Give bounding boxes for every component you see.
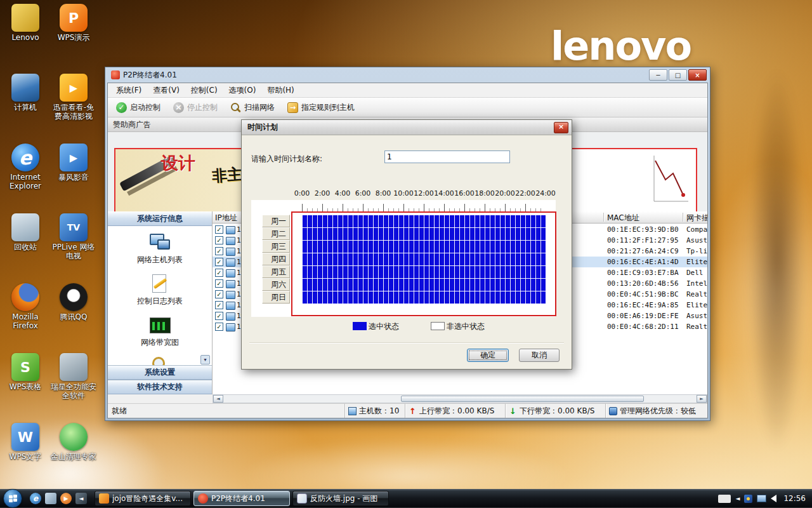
- desktop-icon-xunlei-kankan[interactable]: ▶迅雷看看-免费高清影视: [49, 74, 98, 121]
- column-ip[interactable]: IP地址: [215, 213, 237, 224]
- host-checkbox[interactable]: ✓: [215, 247, 223, 255]
- close-button[interactable]: ×: [688, 69, 707, 81]
- scroll-thumb[interactable]: [401, 396, 644, 402]
- host-checkbox[interactable]: ✓: [215, 269, 223, 277]
- sidebar-item-bandwidth-chart[interactable]: 网络带宽图: [108, 315, 212, 348]
- network-tray-icon[interactable]: [757, 495, 766, 502]
- host-checkbox[interactable]: ✓: [215, 236, 223, 244]
- host-nic: Tp-linl: [686, 247, 707, 255]
- hour-label[interactable]: 12:00: [414, 189, 434, 197]
- column-separator[interactable]: [683, 213, 683, 222]
- sidebar-item-control-log[interactable]: 控制日志列表: [108, 274, 212, 307]
- window-titlebar[interactable]: P2P终结者4.01 ─ □ ×: [107, 67, 708, 83]
- stop-control-button[interactable]: 停止控制: [167, 100, 223, 116]
- cancel-button[interactable]: 取消: [519, 349, 560, 362]
- column-mac[interactable]: MAC地址: [607, 213, 639, 224]
- wps-presentation-icon: P: [60, 4, 88, 32]
- show-desktop-icon[interactable]: [45, 493, 56, 504]
- day-label[interactable]: 周二: [262, 227, 290, 240]
- desktop-icon-wps-writer[interactable]: WWPS文字: [1, 423, 49, 462]
- desktop-icon-lenovo-care[interactable]: Lenovo: [1, 4, 49, 43]
- host-checkbox[interactable]: ✓: [215, 279, 223, 288]
- hour-label[interactable]: 4:00: [335, 189, 351, 197]
- desktop-icon-recycle-bin[interactable]: 回收站: [1, 213, 49, 252]
- minimize-button[interactable]: ─: [649, 69, 667, 81]
- sidebar-item-system-settings[interactable]: 系统设置: [108, 365, 212, 380]
- sidebar: 系统运行信息 网络主机列表控制日志列表网络带宽图 ▾ 系统设置软件技术支持: [108, 211, 213, 394]
- clock[interactable]: 12:56: [783, 494, 806, 503]
- column-nic[interactable]: 网卡描述: [686, 213, 707, 224]
- desktop-icon-rising-security[interactable]: 瑞星全功能安全软件: [49, 353, 98, 401]
- host-checkbox[interactable]: ✓: [215, 312, 223, 320]
- menu-options[interactable]: 选项(O): [223, 83, 262, 98]
- desktop-icon-baofeng-player[interactable]: ▶暴风影音: [49, 144, 98, 182]
- desktop-icon-tencent-qq[interactable]: 腾讯QQ: [49, 283, 98, 322]
- desktop-icon-kingsoft-cleaner[interactable]: 金山清理专家: [49, 423, 98, 462]
- status-text: 上行带宽：0.00 KB/S: [419, 406, 494, 417]
- host-checkbox[interactable]: ✓: [215, 290, 223, 298]
- day-label[interactable]: 周日: [262, 291, 290, 304]
- ie-quicklaunch-icon[interactable]: e: [30, 493, 41, 504]
- host-checkbox[interactable]: ✓: [215, 301, 223, 309]
- day-label[interactable]: 周五: [262, 265, 290, 278]
- sidebar-item-network-hosts[interactable]: 网络主机列表: [108, 232, 212, 265]
- menu-view[interactable]: 查看(V): [147, 83, 185, 98]
- volume-tray-icon[interactable]: [771, 495, 776, 502]
- hour-label[interactable]: 6:00: [355, 189, 371, 197]
- sidebar-item-label: 网络带宽图: [108, 337, 212, 348]
- host-checkbox[interactable]: ✓: [215, 323, 223, 331]
- column-separator[interactable]: [603, 213, 604, 222]
- hour-label[interactable]: 16:00: [454, 189, 475, 197]
- desktop-icon-wps-presentation[interactable]: PWPS演示: [49, 4, 98, 43]
- hour-label[interactable]: 24:00: [535, 189, 556, 197]
- start-button[interactable]: [3, 489, 22, 508]
- desktop-icon-pplive-tv[interactable]: TVPPLive 网络电视: [49, 213, 98, 261]
- dialog-close-button[interactable]: ×: [554, 122, 568, 133]
- menu-help[interactable]: 帮助(H): [261, 83, 299, 98]
- desktop-icon-mozilla-firefox[interactable]: Mozilla Firefox: [1, 283, 49, 331]
- hour-label[interactable]: 20:00: [495, 189, 515, 197]
- host-checkbox[interactable]: ✓: [215, 258, 223, 266]
- hour-label[interactable]: 18:00: [475, 189, 495, 197]
- media-player-icon[interactable]: ▶: [60, 493, 72, 504]
- menu-system[interactable]: 系统(F): [110, 83, 147, 98]
- hour-label[interactable]: 14:00: [434, 189, 454, 197]
- hour-label[interactable]: 2:00: [315, 189, 331, 197]
- language-bar-icon[interactable]: [718, 495, 731, 503]
- menu-control[interactable]: 控制(C): [185, 83, 223, 98]
- taskbar-task-paint[interactable]: 反防火墙.jpg - 画图: [292, 491, 389, 506]
- baofeng-player-icon: ▶: [60, 144, 88, 171]
- assign-rule-button[interactable]: 指定规则到主机: [282, 100, 360, 116]
- taskbar-task-p2p[interactable]: P2P终结者4.01: [193, 491, 290, 506]
- desktop-icon-internet-explorer[interactable]: eInternet Explorer: [1, 144, 49, 191]
- scan-network-button[interactable]: 扫描网络: [225, 100, 280, 116]
- hour-label[interactable]: 10:00: [393, 189, 414, 197]
- scroll-right-button[interactable]: ►: [697, 395, 707, 403]
- hour-label[interactable]: 22:00: [515, 189, 535, 197]
- desktop-icon-computer[interactable]: 计算机: [1, 74, 49, 112]
- maximize-button[interactable]: □: [669, 69, 687, 81]
- scroll-left-button[interactable]: ◄: [213, 395, 223, 403]
- host-checkbox[interactable]: ✓: [215, 225, 223, 234]
- sidebar-scroll-button[interactable]: ▾: [200, 355, 210, 364]
- schedule-grid[interactable]: [302, 215, 546, 304]
- window-switcher-icon[interactable]: ◄: [75, 493, 87, 504]
- plan-name-input[interactable]: [384, 150, 510, 163]
- day-label[interactable]: 周六: [262, 278, 290, 291]
- start-control-button[interactable]: 启动控制: [110, 100, 166, 116]
- hour-label[interactable]: 8:00: [376, 189, 391, 197]
- antivirus-tray-icon[interactable]: [744, 495, 752, 503]
- taskbar-task-jojo[interactable]: jojo冒险奇遇全集v...: [95, 491, 191, 506]
- hidden-icons-arrow[interactable]: ◄: [735, 495, 740, 502]
- sidebar-item-tech-support[interactable]: 软件技术支持: [108, 380, 212, 394]
- sidebar-header-runtime-info[interactable]: 系统运行信息: [108, 211, 212, 226]
- day-label[interactable]: 周三: [262, 240, 290, 253]
- desktop-icon-wps-sheets[interactable]: SWPS表格: [1, 353, 49, 392]
- day-label[interactable]: 周四: [262, 253, 290, 265]
- hour-label[interactable]: 0:00: [294, 189, 310, 197]
- horizontal-scrollbar[interactable]: ◄ ►: [213, 394, 707, 403]
- dialog-titlebar[interactable]: 时间计划 ×: [242, 120, 572, 135]
- day-label[interactable]: 周一: [262, 215, 290, 227]
- lenovo-logo: lenovo: [551, 23, 691, 69]
- ok-button[interactable]: 确定: [467, 349, 509, 362]
